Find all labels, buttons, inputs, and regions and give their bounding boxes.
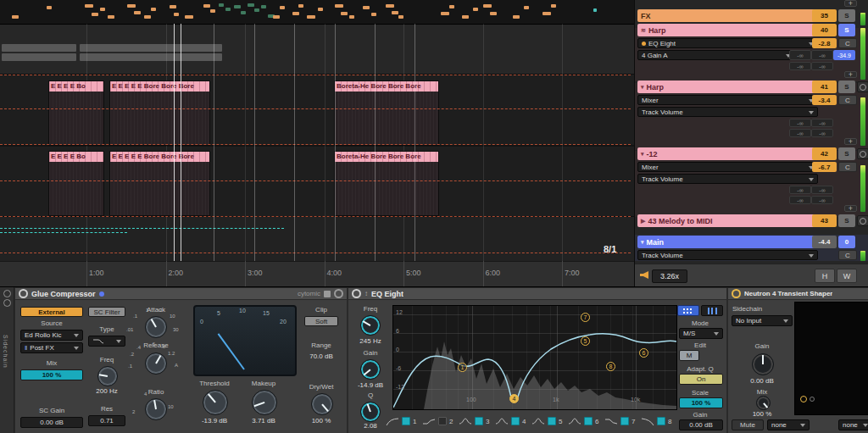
track-width-button[interactable]: W [837,269,857,283]
plugin-knob-icon[interactable] [800,396,807,402]
send-value[interactable]: -∞ [811,129,833,137]
threshold-value[interactable]: -13.9 dB [189,417,240,425]
filter-shape-icon[interactable] [386,417,399,426]
param-value-box[interactable]: -2.8 [812,38,837,48]
track-number-box[interactable]: 43 [812,214,837,227]
send-value[interactable]: -∞ [789,62,811,70]
collapse-button[interactable]: C [838,162,857,172]
track-header[interactable]: ▾Harp [637,80,816,93]
filter-type-select[interactable] [88,336,125,347]
mute-button[interactable]: Mute [732,419,764,430]
gain-value[interactable]: 0.00 dB [738,377,786,385]
eq-band-node-7[interactable]: 7 [581,313,590,322]
eq-band-1[interactable]: 1 [386,414,416,429]
eq-band-8[interactable]: 8 [641,414,671,429]
makeup-value[interactable]: 3.71 dB [238,417,289,425]
eq-q-knob[interactable] [360,402,381,422]
drywet-knob[interactable] [311,393,333,415]
filter-shape-icon[interactable] [531,417,545,426]
edit-channel-button[interactable]: M [679,350,699,361]
send-value[interactable]: -∞ [789,119,811,127]
range-value[interactable]: 70.0 dB [300,353,342,360]
device-title-bar[interactable]: ↕ EQ Eight [348,288,726,300]
device-selector[interactable]: Mixer [637,162,818,172]
band-enable-checkbox[interactable] [475,417,483,425]
track-header[interactable]: ▾-12 [637,147,816,160]
filter-shape-icon[interactable] [422,417,436,426]
device-selector[interactable]: EQ Eight [637,38,818,48]
send-value[interactable]: -∞ [789,50,811,60]
solo-button[interactable]: S [838,147,855,160]
band-enable-checkbox[interactable] [620,417,629,425]
save-preset-icon[interactable] [324,291,331,297]
send-value[interactable]: -∞ [811,196,833,204]
filter-res-value[interactable]: 0.71 [88,415,125,426]
add-device-button[interactable]: + [844,71,857,78]
midi-clip[interactable]: E E E E E Bore Bore Bore [109,151,210,216]
filter-shape-icon[interactable] [568,417,581,426]
filter-shape-icon[interactable] [459,417,472,426]
zoom-amount[interactable]: 3.26x [652,269,687,283]
sidechain-external-toggle[interactable]: External [20,307,83,317]
device-selector[interactable]: Track Volume [637,107,818,117]
eq-gain-value[interactable]: -14.9 dB [350,381,391,389]
arm-button[interactable] [857,215,868,226]
filter-shape-icon[interactable] [641,417,654,426]
band-enable-checkbox[interactable] [657,417,665,425]
eq-band-2[interactable]: 2 [422,414,453,429]
automation-line[interactable] [0,144,631,145]
band-enable-checkbox[interactable] [438,417,447,425]
sc-gain-value[interactable]: 0.00 dB [20,417,83,428]
filter-freq-value[interactable]: 200 Hz [88,387,125,395]
send-value[interactable]: -∞ [789,129,811,137]
hot-swap-icon[interactable] [334,289,343,298]
eq-band-6[interactable]: 6 [568,414,598,429]
add-device-button[interactable]: + [844,205,857,212]
arrangement-view[interactable]: E E E E BoE E E E E Bore Bore BoreBoreta… [0,0,634,286]
output-gain-value[interactable]: 0.00 dB [679,419,723,430]
mix-value[interactable]: 100 % [738,410,786,418]
eq-band-node-6[interactable]: 6 [639,348,648,358]
automation-line[interactable] [0,108,631,109]
route-select[interactable]: none [767,419,810,430]
device-on-toggle[interactable] [732,289,741,298]
eq-freq-value[interactable]: 245 Hz [350,337,391,345]
filter-shape-icon[interactable] [604,417,618,426]
scale-value[interactable]: 100 % [679,397,723,408]
solo-button[interactable]: S [838,24,855,36]
collapse-button[interactable]: C [838,38,857,48]
eq-band-node-1[interactable]: 1 [458,363,467,372]
sc-filter-toggle[interactable]: SC Filter [88,307,125,317]
track-height-button[interactable]: H [815,269,835,283]
device-selector[interactable]: Track Volume [637,250,818,260]
band-enable-checkbox[interactable] [511,417,520,425]
track-number-box[interactable]: 41 [812,80,837,93]
plugin-knob-icon[interactable] [810,397,815,402]
muted-clip[interactable] [80,53,222,61]
param-value-box[interactable]: -3.4 [812,95,837,105]
solo-button[interactable]: S [838,9,855,22]
midi-clip[interactable]: E E E E Bo [48,151,104,216]
mode-select[interactable]: M/S [679,328,723,339]
automation-line[interactable] [0,216,631,217]
midi-clip[interactable]: E E E E Bo [48,80,104,146]
add-device-button[interactable]: + [844,138,857,145]
device-selector[interactable]: Mixer [637,95,818,105]
curve-view-button[interactable] [677,305,699,316]
eq-band-node-8[interactable]: 8 [606,362,615,371]
band-enable-checkbox[interactable] [548,417,556,425]
soft-clip-toggle[interactable]: Soft [304,316,338,326]
midi-clip[interactable]: E E E E E Bore Bore Bore [109,80,210,146]
automation-line[interactable] [0,75,631,75]
track-header[interactable]: ▾Main [637,236,816,248]
route-select[interactable]: none [838,419,868,430]
preview-volume-icon[interactable] [640,271,648,279]
eq-band-5[interactable]: 5 [531,414,562,429]
sidechain-source-select[interactable]: Ed Rollo Kic [20,330,83,341]
track-header[interactable]: ▶43 Melody to MIDI [637,214,816,227]
sidechain-input-select[interactable]: No Input [732,315,793,326]
drywet-value[interactable]: 100 % [300,417,342,425]
track-number-box[interactable]: 42 [812,147,837,160]
eq-band-node-4[interactable]: 4 [509,394,519,403]
eq-band-3[interactable]: 3 [459,414,489,429]
